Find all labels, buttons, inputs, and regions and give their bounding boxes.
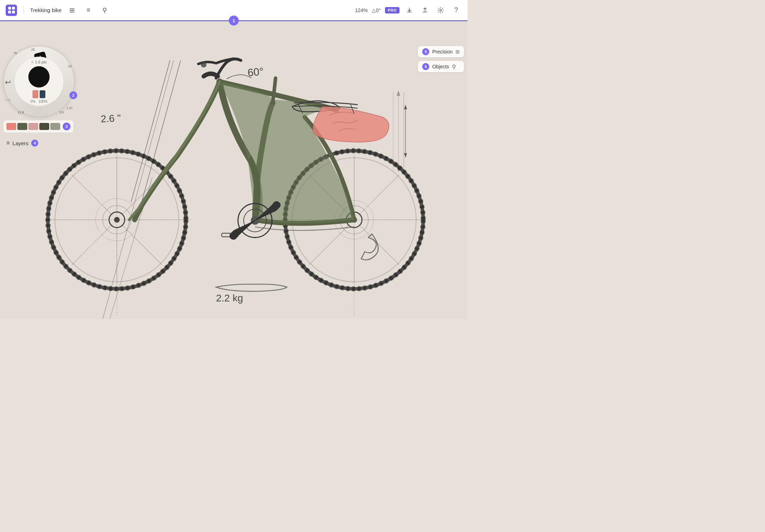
download-button[interactable] bbox=[404, 5, 415, 16]
color-swatch-5[interactable] bbox=[50, 123, 60, 130]
select-icon: ⚲ bbox=[452, 63, 456, 70]
brush-opacity-left: 0% bbox=[30, 100, 35, 103]
document-title: Trekking bike bbox=[30, 7, 62, 13]
brush-color-preview bbox=[28, 66, 50, 87]
color-preview-1 bbox=[33, 90, 38, 98]
grid-view-button[interactable]: ⊞ bbox=[67, 5, 78, 16]
brush-picker[interactable]: 25 75 10 1.37 3.5 12.8 ≡ 1.6 pts 0% 10 bbox=[4, 46, 74, 117]
color-swatch-3[interactable] bbox=[28, 123, 38, 130]
brush-inner: ≡ 1.6 pts 0% 100% bbox=[14, 57, 64, 106]
help-button[interactable]: ? bbox=[450, 5, 462, 16]
app-logo[interactable] bbox=[6, 5, 17, 16]
undo-button[interactable]: ↩ bbox=[5, 78, 11, 86]
svg-point-0 bbox=[440, 9, 442, 11]
layers-badge: 4 bbox=[31, 140, 38, 147]
tool-button[interactable]: ⚲ bbox=[99, 5, 110, 16]
brush-size-137: 1.37 bbox=[66, 106, 73, 110]
color-swatch-2[interactable] bbox=[17, 123, 27, 130]
upload-button[interactable] bbox=[419, 5, 431, 16]
selection-indicator: 1 bbox=[229, 16, 239, 26]
settings-button[interactable] bbox=[435, 5, 446, 16]
zoom-level: 124% bbox=[355, 7, 368, 13]
color-swatch-1[interactable] bbox=[6, 123, 16, 130]
svg-text:60°: 60° bbox=[247, 66, 264, 79]
svg-point-19 bbox=[114, 217, 120, 223]
svg-point-46 bbox=[201, 62, 206, 68]
objects-button[interactable]: 6 Objects ⚲ bbox=[418, 61, 464, 72]
brush-size-label: 1.6 pts bbox=[35, 60, 47, 64]
pro-badge: PRO bbox=[385, 7, 400, 13]
brush-size-35: 3.5 bbox=[59, 111, 64, 114]
brush-size-10: 10 bbox=[68, 64, 72, 68]
menu-button[interactable]: ≡ bbox=[83, 5, 94, 16]
layers-button[interactable]: ≡ Layers 4 bbox=[4, 138, 41, 148]
redo-button[interactable]: ↪ bbox=[5, 96, 11, 104]
angle-display: △0° bbox=[372, 7, 380, 13]
palette-badge: 3 bbox=[63, 123, 70, 130]
brush-size-128: 12.8 bbox=[18, 111, 24, 114]
right-panel: 5 Precision ⊞ 6 Objects ⚲ bbox=[418, 46, 464, 72]
layers-label: Layers bbox=[12, 140, 28, 146]
objects-label: Objects bbox=[432, 64, 449, 69]
topbar-divider bbox=[23, 6, 24, 15]
grid-icon: ⊞ bbox=[455, 49, 460, 55]
objects-badge: 6 bbox=[422, 63, 429, 70]
brush-badge: 2 bbox=[69, 91, 77, 99]
canvas-area[interactable]: 60° 2.6 " 2.2 kg 25 75 10 1.37 3.5 12.8 … bbox=[0, 21, 468, 319]
color-swatch-4[interactable] bbox=[39, 123, 49, 130]
brush-opacity-right: 100% bbox=[38, 100, 47, 103]
brush-size-75: 75 bbox=[13, 51, 17, 55]
svg-text:2.6 ": 2.6 " bbox=[101, 113, 121, 125]
precision-label: Precision bbox=[432, 49, 453, 55]
precision-button[interactable]: 5 Precision ⊞ bbox=[418, 46, 464, 57]
precision-badge: 5 bbox=[422, 48, 429, 55]
color-preview-2 bbox=[40, 90, 45, 98]
brush-opacity-row: 0% 100% bbox=[30, 100, 47, 103]
topbar-left: Trekking bike ⊞ ≡ ⚲ bbox=[6, 5, 355, 16]
brush-size-25: 25 bbox=[31, 48, 35, 51]
color-palette: 3 bbox=[4, 120, 73, 132]
topbar-right: 124% △0° PRO ? bbox=[355, 5, 462, 16]
svg-text:2.2 kg: 2.2 kg bbox=[216, 293, 243, 304]
layers-icon: ≡ bbox=[6, 140, 10, 146]
